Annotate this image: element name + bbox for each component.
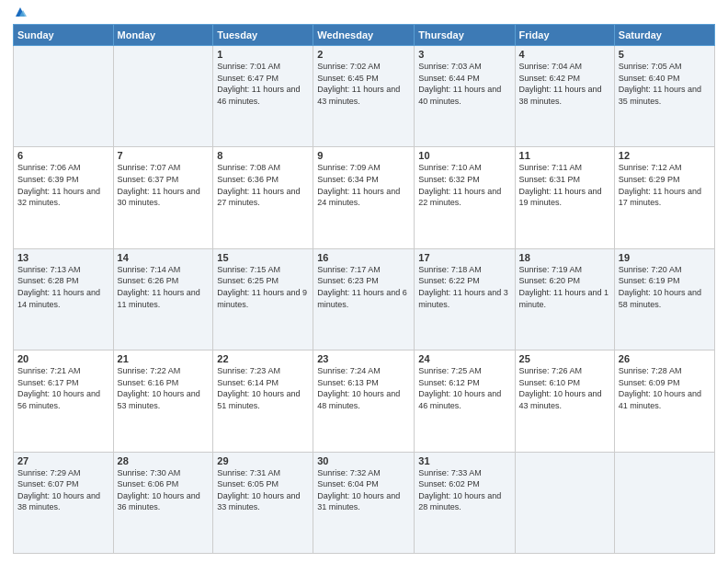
day-number: 24 [418,353,510,364]
calendar-week-row: 20Sunrise: 7:21 AMSunset: 6:17 PMDayligh… [14,350,715,452]
day-info: Sunrise: 7:26 AMSunset: 6:10 PMDaylight:… [519,365,610,411]
day-number: 8 [217,150,309,161]
day-number: 31 [418,455,510,466]
day-number: 1 [217,49,309,60]
day-number: 25 [519,353,610,364]
calendar-cell: 18Sunrise: 7:19 AMSunset: 6:20 PMDayligh… [515,248,614,350]
day-info: Sunrise: 7:32 AMSunset: 6:04 PMDaylight:… [317,467,410,513]
day-info: Sunrise: 7:17 AMSunset: 6:23 PMDaylight:… [317,264,410,310]
day-number: 23 [317,353,410,364]
calendar-cell [14,46,114,147]
day-number: 2 [317,49,410,60]
header [13,9,715,18]
day-info: Sunrise: 7:11 AMSunset: 6:31 PMDaylight:… [519,162,610,208]
day-number: 30 [317,455,410,466]
day-info: Sunrise: 7:09 AMSunset: 6:34 PMDaylight:… [317,162,410,208]
calendar-cell: 23Sunrise: 7:24 AMSunset: 6:13 PMDayligh… [313,350,415,452]
day-number: 22 [217,353,309,364]
day-number: 18 [519,252,610,263]
calendar-cell: 15Sunrise: 7:15 AMSunset: 6:25 PMDayligh… [213,248,313,350]
day-info: Sunrise: 7:33 AMSunset: 6:02 PMDaylight:… [418,467,510,513]
calendar-cell [113,46,213,147]
day-number: 7 [118,150,210,161]
col-tuesday: Tuesday [213,25,313,46]
calendar-cell: 21Sunrise: 7:22 AMSunset: 6:16 PMDayligh… [113,350,213,452]
day-info: Sunrise: 7:13 AMSunset: 6:28 PMDaylight:… [17,264,109,310]
day-info: Sunrise: 7:18 AMSunset: 6:22 PMDaylight:… [418,264,510,310]
day-number: 19 [619,252,711,263]
calendar-cell: 14Sunrise: 7:14 AMSunset: 6:26 PMDayligh… [113,248,213,350]
day-number: 27 [17,455,109,466]
day-number: 21 [118,353,210,364]
col-friday: Friday [515,25,614,46]
day-info: Sunrise: 7:01 AMSunset: 6:47 PMDaylight:… [217,61,309,107]
calendar-cell: 3Sunrise: 7:03 AMSunset: 6:44 PMDaylight… [415,46,515,147]
day-info: Sunrise: 7:24 AMSunset: 6:13 PMDaylight:… [317,365,410,411]
calendar-cell [614,452,714,553]
col-monday: Monday [113,25,213,46]
col-saturday: Saturday [614,25,714,46]
calendar-cell: 31Sunrise: 7:33 AMSunset: 6:02 PMDayligh… [415,452,515,553]
day-info: Sunrise: 7:28 AMSunset: 6:09 PMDaylight:… [619,365,711,411]
day-number: 26 [619,353,711,364]
calendar-cell: 11Sunrise: 7:11 AMSunset: 6:31 PMDayligh… [515,147,614,248]
day-info: Sunrise: 7:04 AMSunset: 6:42 PMDaylight:… [519,61,610,107]
calendar-cell: 24Sunrise: 7:25 AMSunset: 6:12 PMDayligh… [415,350,515,452]
calendar-table: Sunday Monday Tuesday Wednesday Thursday… [13,24,715,554]
day-info: Sunrise: 7:22 AMSunset: 6:16 PMDaylight:… [118,365,210,411]
calendar-cell: 5Sunrise: 7:05 AMSunset: 6:40 PMDaylight… [614,46,714,147]
calendar-cell: 7Sunrise: 7:07 AMSunset: 6:37 PMDaylight… [113,147,213,248]
calendar-cell: 26Sunrise: 7:28 AMSunset: 6:09 PMDayligh… [614,350,714,452]
day-number: 16 [317,252,410,263]
day-number: 6 [17,150,109,161]
day-info: Sunrise: 7:10 AMSunset: 6:32 PMDaylight:… [418,162,510,208]
day-info: Sunrise: 7:30 AMSunset: 6:06 PMDaylight:… [118,467,210,513]
day-info: Sunrise: 7:12 AMSunset: 6:29 PMDaylight:… [619,162,711,208]
day-info: Sunrise: 7:25 AMSunset: 6:12 PMDaylight:… [418,365,510,411]
calendar-cell: 10Sunrise: 7:10 AMSunset: 6:32 PMDayligh… [415,147,515,248]
calendar-header-row: Sunday Monday Tuesday Wednesday Thursday… [14,25,715,46]
day-info: Sunrise: 7:29 AMSunset: 6:07 PMDaylight:… [17,467,109,513]
day-info: Sunrise: 7:08 AMSunset: 6:36 PMDaylight:… [217,162,309,208]
day-number: 5 [619,49,711,60]
day-number: 28 [118,455,210,466]
day-info: Sunrise: 7:21 AMSunset: 6:17 PMDaylight:… [17,365,109,411]
calendar-cell: 6Sunrise: 7:06 AMSunset: 6:39 PMDaylight… [14,147,114,248]
day-info: Sunrise: 7:05 AMSunset: 6:40 PMDaylight:… [619,61,711,107]
day-number: 12 [619,150,711,161]
calendar-week-row: 13Sunrise: 7:13 AMSunset: 6:28 PMDayligh… [14,248,715,350]
page: Sunday Monday Tuesday Wednesday Thursday… [0,0,728,563]
calendar-cell: 25Sunrise: 7:26 AMSunset: 6:10 PMDayligh… [515,350,614,452]
calendar-cell: 8Sunrise: 7:08 AMSunset: 6:36 PMDaylight… [213,147,313,248]
day-number: 29 [217,455,309,466]
calendar-cell: 16Sunrise: 7:17 AMSunset: 6:23 PMDayligh… [313,248,415,350]
day-info: Sunrise: 7:03 AMSunset: 6:44 PMDaylight:… [418,61,510,107]
calendar-cell: 29Sunrise: 7:31 AMSunset: 6:05 PMDayligh… [213,452,313,553]
calendar-cell: 17Sunrise: 7:18 AMSunset: 6:22 PMDayligh… [415,248,515,350]
calendar-cell: 13Sunrise: 7:13 AMSunset: 6:28 PMDayligh… [14,248,114,350]
calendar-cell: 22Sunrise: 7:23 AMSunset: 6:14 PMDayligh… [213,350,313,452]
day-number: 11 [519,150,610,161]
day-number: 3 [418,49,510,60]
day-number: 4 [519,49,610,60]
calendar-week-row: 27Sunrise: 7:29 AMSunset: 6:07 PMDayligh… [14,452,715,553]
day-number: 15 [217,252,309,263]
calendar-cell: 19Sunrise: 7:20 AMSunset: 6:19 PMDayligh… [614,248,714,350]
calendar-cell: 9Sunrise: 7:09 AMSunset: 6:34 PMDaylight… [313,147,415,248]
day-number: 20 [17,353,109,364]
day-info: Sunrise: 7:02 AMSunset: 6:45 PMDaylight:… [317,61,410,107]
day-info: Sunrise: 7:31 AMSunset: 6:05 PMDaylight:… [217,467,309,513]
calendar-cell: 2Sunrise: 7:02 AMSunset: 6:45 PMDaylight… [313,46,415,147]
day-info: Sunrise: 7:14 AMSunset: 6:26 PMDaylight:… [118,264,210,310]
calendar-cell [515,452,614,553]
col-wednesday: Wednesday [313,25,415,46]
calendar-cell: 12Sunrise: 7:12 AMSunset: 6:29 PMDayligh… [614,147,714,248]
day-info: Sunrise: 7:23 AMSunset: 6:14 PMDaylight:… [217,365,309,411]
day-info: Sunrise: 7:15 AMSunset: 6:25 PMDaylight:… [217,264,309,310]
day-number: 9 [317,150,410,161]
col-thursday: Thursday [415,25,515,46]
calendar-week-row: 1Sunrise: 7:01 AMSunset: 6:47 PMDaylight… [14,46,715,147]
day-number: 17 [418,252,510,263]
day-info: Sunrise: 7:06 AMSunset: 6:39 PMDaylight:… [17,162,109,208]
calendar-cell: 27Sunrise: 7:29 AMSunset: 6:07 PMDayligh… [14,452,114,553]
